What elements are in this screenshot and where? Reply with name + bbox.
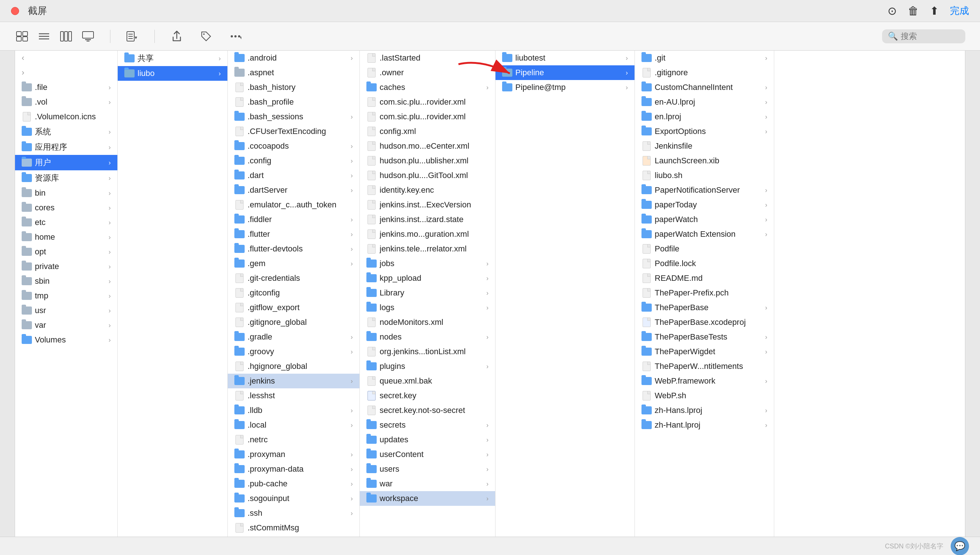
- col3-file-item[interactable]: .sogouinput ›: [228, 491, 360, 506]
- col6-file-item[interactable]: paperWatch Extension ›: [635, 227, 774, 242]
- col3-file-item[interactable]: .gitconfig: [228, 286, 360, 300]
- col6-file-item[interactable]: README.md: [635, 271, 774, 286]
- close-button[interactable]: [11, 7, 19, 15]
- col1-file-item[interactable]: etc ›: [15, 215, 117, 230]
- col3-file-item[interactable]: .proxyman-data ›: [228, 462, 360, 476]
- col4-file-item[interactable]: jenkins.tele...rrelator.xml: [360, 242, 495, 256]
- col3-file-item[interactable]: .ssh ›: [228, 506, 360, 520]
- col1-file-item[interactable]: .VolumeIcon.icns: [15, 109, 117, 124]
- col6-file-item[interactable]: CustomChannelIntent ›: [635, 80, 774, 95]
- share-toolbar-button[interactable]: [169, 29, 184, 44]
- col6-file-item[interactable]: Jenkinsfile: [635, 139, 774, 154]
- col3-file-item[interactable]: .git-credentials: [228, 271, 360, 286]
- col5-liubotest-item[interactable]: liubotest ›: [496, 51, 635, 65]
- col3-file-item[interactable]: .pub-cache ›: [228, 476, 360, 491]
- more-button[interactable]: ▾: [228, 29, 243, 44]
- chat-button[interactable]: 💬: [951, 537, 969, 555]
- col1-file-item-selected[interactable]: 用户 ›: [15, 155, 117, 170]
- col4-file-item[interactable]: userContent ›: [360, 447, 495, 462]
- col1-file-item[interactable]: usr ›: [15, 303, 117, 318]
- user-icon[interactable]: ⊙: [887, 5, 897, 17]
- col4-workspace-item[interactable]: workspace ›: [360, 491, 495, 506]
- col4-file-item[interactable]: queue.xml.bak: [360, 374, 495, 388]
- col6-file-item[interactable]: ThePaperW...ntitlements: [635, 359, 774, 374]
- col6-file-item[interactable]: zh-Hans.lproj ›: [635, 403, 774, 418]
- col4-file-item[interactable]: Library ›: [360, 286, 495, 300]
- col1-file-item[interactable]: .vol ›: [15, 95, 117, 109]
- col4-users-item[interactable]: users ›: [360, 462, 495, 476]
- col6-file-item[interactable]: Podfile: [635, 242, 774, 256]
- icon-view-button[interactable]: [15, 29, 29, 44]
- col3-file-item[interactable]: .proxyman ›: [228, 447, 360, 462]
- col3-file-item[interactable]: .flutter-devtools ›: [228, 242, 360, 256]
- col1-file-item[interactable]: 资源库 ›: [15, 170, 117, 186]
- col4-file-item[interactable]: jenkins.inst...ExecVersion: [360, 197, 495, 212]
- col3-file-item[interactable]: .local ›: [228, 418, 360, 432]
- col1-file-item[interactable]: sbin ›: [15, 274, 117, 289]
- search-input[interactable]: [901, 32, 959, 41]
- col1-file-item[interactable]: var ›: [15, 318, 117, 332]
- col6-file-item[interactable]: WebP.sh: [635, 388, 774, 403]
- col3-file-item[interactable]: .cocoapods ›: [228, 139, 360, 154]
- col6-file-item[interactable]: ThePaperBase ›: [635, 300, 774, 315]
- list-item[interactable]: ‹: [15, 51, 117, 65]
- col6-file-item[interactable]: .gitignore: [635, 65, 774, 80]
- col3-file-item[interactable]: .emulator_c...auth_token: [228, 197, 360, 212]
- col3-file-item[interactable]: .stCommitMsg: [228, 520, 360, 535]
- col4-file-item[interactable]: .owner: [360, 65, 495, 80]
- col4-file-item[interactable]: nodes ›: [360, 330, 495, 344]
- col4-file-item[interactable]: kpp_upload ›: [360, 271, 495, 286]
- col4-file-item[interactable]: .lastStarted: [360, 51, 495, 65]
- col4-file-item[interactable]: org.jenkins...tionList.xml: [360, 344, 495, 359]
- col6-file-item[interactable]: en-AU.lproj ›: [635, 95, 774, 109]
- col4-file-item[interactable]: secret.key: [360, 388, 495, 403]
- column-view-button[interactable]: [59, 29, 74, 44]
- col4-file-item[interactable]: secret.key.not-so-secret: [360, 403, 495, 418]
- col6-file-item[interactable]: en.lproj ›: [635, 109, 774, 124]
- col4-file-item[interactable]: secrets ›: [360, 418, 495, 432]
- col2-file-item[interactable]: 共享 ›: [118, 51, 227, 66]
- col5-pipeline-item[interactable]: Pipeline ›: [496, 65, 635, 80]
- col3-file-item[interactable]: .gradle ›: [228, 330, 360, 344]
- col3-file-item[interactable]: .flutter ›: [228, 227, 360, 242]
- col4-file-item[interactable]: config.xml: [360, 124, 495, 139]
- col4-file-item[interactable]: updates ›: [360, 432, 495, 447]
- col6-file-item[interactable]: Podfile.lock: [635, 256, 774, 271]
- col1-file-item[interactable]: 应用程序 ›: [15, 140, 117, 155]
- more-options-button[interactable]: ▾: [125, 29, 140, 44]
- col4-file-item[interactable]: jobs ›: [360, 256, 495, 271]
- col3-file-item-selected[interactable]: .jenkins ›: [228, 374, 360, 388]
- col6-file-item[interactable]: zh-Hant.lproj ›: [635, 418, 774, 432]
- col4-file-item[interactable]: nodeMonitors.xml: [360, 315, 495, 330]
- col4-file-item[interactable]: war ›: [360, 476, 495, 491]
- col1-file-item[interactable]: bin ›: [15, 186, 117, 201]
- col3-file-item[interactable]: .netrc: [228, 432, 360, 447]
- col3-file-item[interactable]: .config ›: [228, 154, 360, 168]
- col1-file-item[interactable]: 系统 ›: [15, 124, 117, 140]
- col4-file-item[interactable]: hudson.plu....GitTool.xml: [360, 168, 495, 183]
- col3-file-item[interactable]: .dartServer ›: [228, 183, 360, 197]
- col1-file-item[interactable]: .file ›: [15, 80, 117, 95]
- col3-file-item[interactable]: .groovy ›: [228, 344, 360, 359]
- col6-file-item[interactable]: ExportOptions ›: [635, 124, 774, 139]
- col6-file-item[interactable]: WebP.framework ›: [635, 374, 774, 388]
- col3-file-item[interactable]: .CFUserTextEncoding: [228, 124, 360, 139]
- col4-file-item[interactable]: jenkins.mo...guration.xml: [360, 227, 495, 242]
- col4-file-item[interactable]: com.sic.plu...rovider.xml: [360, 109, 495, 124]
- col5-pipeline-tmp-item[interactable]: Pipeline@tmp ›: [496, 80, 635, 95]
- col3-file-item[interactable]: .aspnet: [228, 65, 360, 80]
- col3-file-item[interactable]: .fiddler ›: [228, 212, 360, 227]
- trash-icon[interactable]: 🗑: [908, 5, 919, 17]
- col1-file-item[interactable]: home ›: [15, 230, 117, 244]
- col3-file-item[interactable]: .lesshst: [228, 388, 360, 403]
- search-bar[interactable]: 🔍: [882, 29, 965, 43]
- col6-file-item[interactable]: LaunchScreen.xib: [635, 154, 774, 168]
- col6-file-item[interactable]: .git ›: [635, 51, 774, 65]
- list-item[interactable]: ›: [15, 65, 117, 80]
- col3-file-item[interactable]: .bash_history: [228, 80, 360, 95]
- col3-file-item[interactable]: .gitflow_export: [228, 300, 360, 315]
- col1-file-item[interactable]: opt ›: [15, 244, 117, 259]
- col3-file-item[interactable]: .dart ›: [228, 168, 360, 183]
- col6-file-item[interactable]: PaperNotificationServer ›: [635, 183, 774, 197]
- col6-file-item[interactable]: paperToday ›: [635, 197, 774, 212]
